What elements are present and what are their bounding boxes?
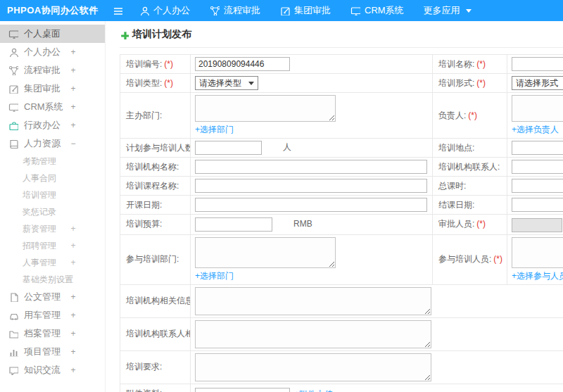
pick-leader-link[interactable]: +选择负责人: [512, 124, 559, 136]
location-input[interactable]: [512, 141, 563, 155]
app-window: PHPOA协同办公软件 个人办公 流程审批 集团审批 CRM系统 更多应用: [0, 0, 563, 392]
form-row-requirements: 培训要求:: [120, 350, 563, 384]
nav-personal-office[interactable]: 个人办公: [129, 0, 200, 21]
field-label: 参与培训人员:: [438, 254, 491, 264]
sidebar-item-crm[interactable]: CRM系统 +: [0, 98, 105, 116]
join-dept-textarea[interactable]: [195, 237, 336, 268]
nav-crm[interactable]: CRM系统: [341, 0, 414, 21]
field-label: 培训形式:: [438, 78, 474, 88]
top-navigation: 个人办公 流程审批 集团审批 CRM系统 更多应用: [129, 0, 481, 21]
unit-label: RMB: [293, 219, 312, 229]
sidebar-label: 用车管理: [24, 309, 61, 322]
expand-toggle: +: [70, 258, 77, 267]
sidebar-item-training[interactable]: 培训管理: [0, 186, 105, 203]
field-label: 培训机构联系人:: [438, 162, 500, 172]
attachment-upload-link[interactable]: +附件上传: [294, 388, 333, 392]
sidebar-item-personal-office[interactable]: 个人办公 +: [0, 43, 105, 61]
pick-host-dept-link[interactable]: +选择部门: [195, 124, 234, 136]
sidebar-item-attendance[interactable]: 考勤管理: [0, 153, 105, 170]
flow-icon: [210, 6, 220, 15]
training-mode-select[interactable]: 请选择形式: [512, 76, 563, 90]
field-label: 培训机构联系人相关信息:: [126, 329, 191, 339]
sidebar-item-hr[interactable]: 人力资源 −: [0, 134, 105, 153]
book-icon: [8, 139, 18, 148]
field-label: 结课日期:: [438, 200, 474, 210]
field-label: 培训课程名称:: [126, 181, 179, 191]
sidebar-item-personal-desktop[interactable]: 个人桌面: [0, 25, 105, 43]
form-row-dept-leader: 主办部门: +选择部门 负责人:(*) +选择负责人: [120, 93, 563, 139]
sidebar-item-base-category[interactable]: 基础类别设置: [0, 271, 105, 288]
leader-textarea[interactable]: [512, 95, 563, 122]
sidebar-item-hr-contract[interactable]: 人事合同: [0, 170, 105, 186]
form-row-org-contact: 培训机构名称: 培训机构联系人:: [120, 158, 563, 177]
total-hours-input[interactable]: [512, 179, 563, 193]
sidebar-item-admin-office[interactable]: 行政办公 +: [0, 116, 105, 134]
pick-join-people-link[interactable]: +选择参与人员: [512, 270, 563, 282]
sidebar-label: 流程审批: [24, 64, 61, 77]
training-code-input[interactable]: [195, 57, 290, 71]
field-label: 培训类型:: [126, 78, 162, 88]
field-label: 负责人:: [438, 110, 466, 120]
pick-join-dept-link[interactable]: +选择部门: [195, 270, 234, 282]
sidebar-item-document[interactable]: 公文管理 +: [0, 288, 105, 306]
sidebar-item-knowledge[interactable]: 知识交流 +: [0, 361, 105, 379]
sidebar-item-personnel[interactable]: 人事管理 +: [0, 254, 105, 271]
attachment-input[interactable]: [195, 388, 290, 392]
training-type-select[interactable]: 请选择类型: [195, 76, 258, 90]
selected-option: 请选择类型: [199, 77, 241, 89]
hamburger-menu-button[interactable]: [106, 0, 129, 21]
org-contact-info-textarea[interactable]: [195, 320, 431, 348]
requirements-textarea[interactable]: [195, 353, 431, 381]
field-label: 附件资料:: [126, 388, 162, 392]
user-icon: [139, 6, 149, 15]
form-row-join-dept-people: 参与培训部门: +选择部门 参与培训人员:(*) +选择参与人员: [120, 234, 563, 284]
expand-toggle: +: [70, 102, 77, 112]
chart-icon: [8, 347, 18, 357]
expand-toggle: +: [70, 365, 77, 375]
end-date-input[interactable]: [512, 198, 563, 212]
course-name-input[interactable]: [195, 179, 427, 193]
form-row-attachment: 附件资料: +附件上传: [120, 384, 563, 392]
sidebar-label: 招聘管理: [23, 240, 56, 252]
org-info-textarea[interactable]: [195, 287, 431, 315]
sidebar-item-recruit[interactable]: 招聘管理 +: [0, 237, 105, 254]
sidebar-label: 人事合同: [23, 172, 56, 184]
sidebar-item-project[interactable]: 项目管理 +: [0, 343, 105, 361]
sidebar-item-group-approval[interactable]: 集团审批 +: [0, 80, 105, 98]
form-row-dates: 开课日期: 结课日期:: [120, 196, 563, 215]
field-label: 培训机构名称:: [126, 162, 179, 172]
planned-count-input[interactable]: [195, 141, 262, 155]
approver-input[interactable]: [512, 218, 562, 232]
approval-icon: [280, 6, 290, 15]
expand-toggle: +: [70, 310, 77, 320]
sidebar-label: 奖惩记录: [23, 206, 56, 218]
form-row-course-hours: 培训课程名称: 总课时:: [120, 177, 563, 196]
nav-more-apps[interactable]: 更多应用: [414, 0, 481, 21]
nav-group-approval[interactable]: 集团审批: [270, 0, 341, 21]
nav-process-approval[interactable]: 流程审批: [200, 0, 270, 21]
required-marker: (*): [476, 219, 486, 229]
nav-label: 集团审批: [294, 4, 331, 17]
required-marker: (*): [164, 78, 173, 88]
join-people-textarea[interactable]: [512, 237, 563, 268]
sidebar-item-rewards[interactable]: 奖惩记录: [0, 203, 105, 220]
sidebar-label: 集团审批: [24, 82, 61, 95]
sidebar-item-archive[interactable]: 档案管理 +: [0, 324, 105, 343]
topbar: PHPOA协同办公软件 个人办公 流程审批 集团审批 CRM系统 更多应用: [0, 0, 563, 21]
org-contact-input[interactable]: [512, 160, 563, 174]
sidebar-item-salary[interactable]: 薪资管理 +: [0, 220, 105, 237]
field-label: 培训编号:: [126, 59, 162, 69]
training-name-input[interactable]: [512, 57, 563, 71]
sidebar-label: 知识交流: [24, 364, 61, 377]
expand-toggle: +: [70, 329, 77, 339]
field-label: 主办部门:: [126, 110, 162, 120]
start-date-input[interactable]: [195, 198, 427, 212]
sidebar-item-process-approval[interactable]: 流程审批 +: [0, 61, 105, 80]
org-name-input[interactable]: [195, 160, 427, 174]
sidebar-item-vehicle[interactable]: 用车管理 +: [0, 306, 105, 324]
budget-input[interactable]: [195, 217, 272, 232]
approval-icon: [8, 84, 18, 94]
sidebar-label: 考勤管理: [23, 156, 56, 167]
monitor-icon: [350, 6, 360, 15]
host-dept-textarea[interactable]: [195, 95, 336, 122]
